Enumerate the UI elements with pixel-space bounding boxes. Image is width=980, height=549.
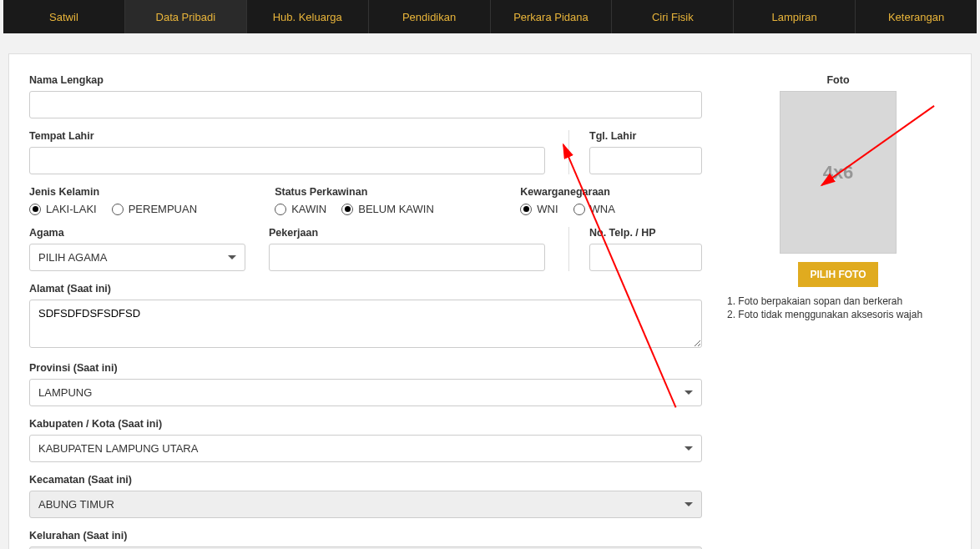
chevron-down-icon bbox=[684, 390, 693, 395]
agama-label: Agama bbox=[29, 227, 245, 239]
radio-laki-laki[interactable]: LAKI-LAKI bbox=[29, 203, 97, 215]
kabupaten-label: Kabupaten / Kota (Saat ini) bbox=[29, 418, 702, 430]
tab-ciri-fisik[interactable]: Ciri Fisik bbox=[612, 0, 734, 33]
chevron-down-icon bbox=[684, 502, 693, 506]
radio-perempuan[interactable]: PEREMPUAN bbox=[112, 203, 197, 215]
kecamatan-label: Kecamatan (Saat ini) bbox=[29, 474, 702, 486]
tab-data-pribadi[interactable]: Data Pribadi bbox=[125, 0, 247, 33]
telp-input[interactable] bbox=[589, 244, 702, 271]
kewarganegaraan-label: Kewarganegaraan bbox=[520, 186, 702, 198]
radio-wna[interactable]: WNA bbox=[573, 203, 615, 215]
status-perkawinan-label: Status Perkawinan bbox=[275, 186, 497, 198]
alamat-label: Alamat (Saat ini) bbox=[29, 283, 702, 295]
photo-note-2: 2. Foto tidak menggunakan aksesoris waja… bbox=[725, 309, 951, 320]
pekerjaan-input[interactable] bbox=[269, 244, 545, 271]
pilih-foto-button[interactable]: PILIH FOTO bbox=[798, 262, 877, 287]
kabupaten-select[interactable]: KABUPATEN LAMPUNG UTARA bbox=[29, 435, 702, 462]
tgl-lahir-input[interactable] bbox=[589, 147, 702, 174]
chevron-down-icon bbox=[684, 446, 693, 451]
tab-perkara-pidana[interactable]: Perkara Pidana bbox=[491, 0, 613, 33]
alamat-textarea[interactable] bbox=[29, 300, 702, 348]
tab-pendidikan[interactable]: Pendidikan bbox=[369, 0, 491, 33]
telp-label: No. Telp. / HP bbox=[589, 227, 702, 239]
photo-placeholder: 4x6 bbox=[780, 91, 897, 254]
kelurahan-label: Kelurahan (Saat ini) bbox=[29, 530, 702, 541]
nama-lengkap-input[interactable] bbox=[29, 91, 702, 118]
tempat-lahir-input[interactable] bbox=[29, 147, 545, 174]
chevron-down-icon bbox=[228, 255, 236, 259]
nama-lengkap-label: Nama Lengkap bbox=[29, 74, 702, 86]
tempat-lahir-label: Tempat Lahir bbox=[29, 130, 545, 142]
radio-wni[interactable]: WNI bbox=[520, 203, 558, 215]
tab-satwil[interactable]: Satwil bbox=[3, 0, 125, 33]
radio-belum-kawin[interactable]: BELUM KAWIN bbox=[341, 203, 434, 215]
form-panel: Nama Lengkap Tempat Lahir Tgl. Lahir bbox=[8, 53, 972, 549]
tab-hub-keluarga[interactable]: Hub. Keluarga bbox=[247, 0, 369, 33]
tab-keterangan[interactable]: Keterangan bbox=[856, 0, 977, 33]
tgl-lahir-label: Tgl. Lahir bbox=[589, 130, 702, 142]
tab-bar: SatwilData PribadiHub. KeluargaPendidika… bbox=[3, 0, 977, 33]
agama-select[interactable]: PILIH AGAMA bbox=[29, 244, 245, 271]
pekerjaan-label: Pekerjaan bbox=[269, 227, 545, 239]
photo-note-1: 1. Foto berpakaian sopan dan berkerah bbox=[725, 295, 951, 307]
provinsi-select[interactable]: LAMPUNG bbox=[29, 379, 702, 406]
kecamatan-select[interactable]: ABUNG TIMUR bbox=[29, 491, 702, 518]
jenis-kelamin-label: Jenis Kelamin bbox=[29, 186, 251, 198]
provinsi-label: Provinsi (Saat ini) bbox=[29, 362, 702, 374]
radio-kawin[interactable]: KAWIN bbox=[275, 203, 326, 215]
tab-lampiran[interactable]: Lampiran bbox=[734, 0, 856, 33]
foto-label: Foto bbox=[725, 74, 951, 86]
